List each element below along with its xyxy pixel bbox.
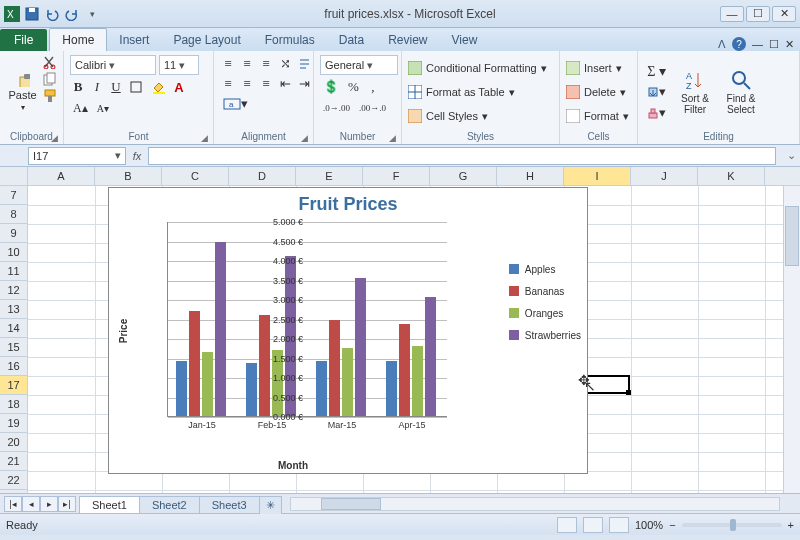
grow-font-button[interactable]: A▴ bbox=[70, 99, 91, 117]
copy-icon[interactable] bbox=[43, 72, 57, 86]
tab-view[interactable]: View bbox=[440, 29, 490, 51]
cell-styles-button[interactable]: Cell Styles ▾ bbox=[408, 105, 553, 127]
number-format-combo[interactable]: General▾ bbox=[320, 55, 398, 75]
font-color-button[interactable]: A bbox=[171, 78, 187, 96]
format-painter-icon[interactable] bbox=[43, 89, 57, 103]
row-header[interactable]: 12 bbox=[0, 281, 27, 300]
insert-cells-button[interactable]: Insert ▾ bbox=[566, 57, 631, 79]
zoom-percent[interactable]: 100% bbox=[635, 519, 663, 531]
embedded-chart[interactable]: Fruit Prices Price Month ApplesBananasOr… bbox=[108, 187, 588, 474]
accounting-format-button[interactable]: 💲 bbox=[320, 78, 342, 96]
row-header[interactable]: 14 bbox=[0, 319, 27, 338]
row-header[interactable]: 7 bbox=[0, 186, 27, 205]
tab-data[interactable]: Data bbox=[327, 29, 376, 51]
zoom-slider[interactable] bbox=[682, 523, 782, 527]
number-dialog-launcher[interactable]: ◢ bbox=[389, 133, 399, 143]
tab-formulas[interactable]: Formulas bbox=[253, 29, 327, 51]
inner-close-icon[interactable]: ✕ bbox=[785, 38, 794, 51]
delete-cells-button[interactable]: Delete ▾ bbox=[566, 81, 631, 103]
font-size-combo[interactable]: 11▾ bbox=[159, 55, 199, 75]
view-page-layout-button[interactable] bbox=[583, 517, 603, 533]
row-header[interactable]: 9 bbox=[0, 224, 27, 243]
view-page-break-button[interactable] bbox=[609, 517, 629, 533]
format-cells-button[interactable]: Format ▾ bbox=[566, 105, 631, 127]
align-left-button[interactable]: ≡ bbox=[220, 75, 236, 93]
name-box[interactable]: I17▾ bbox=[28, 147, 126, 165]
row-header[interactable]: 11 bbox=[0, 262, 27, 281]
format-as-table-button[interactable]: Format as Table ▾ bbox=[408, 81, 553, 103]
tab-page-layout[interactable]: Page Layout bbox=[161, 29, 252, 51]
save-icon[interactable] bbox=[24, 6, 40, 22]
fill-button[interactable]: ▾ bbox=[644, 83, 669, 101]
row-header[interactable]: 13 bbox=[0, 300, 27, 319]
row-header[interactable]: 22 bbox=[0, 471, 27, 490]
vertical-scrollbar[interactable] bbox=[783, 186, 800, 493]
comma-format-button[interactable]: , bbox=[365, 78, 381, 96]
fx-label[interactable]: fx bbox=[126, 150, 148, 162]
sheet-nav-first[interactable]: |◂ bbox=[4, 496, 22, 512]
alignment-dialog-launcher[interactable]: ◢ bbox=[301, 133, 311, 143]
view-normal-button[interactable] bbox=[557, 517, 577, 533]
sheet-tab-3[interactable]: Sheet3 bbox=[199, 496, 260, 513]
align-top-button[interactable]: ≡ bbox=[220, 55, 236, 73]
sheet-nav-prev[interactable]: ◂ bbox=[22, 496, 40, 512]
row-header[interactable]: 10 bbox=[0, 243, 27, 262]
clipboard-dialog-launcher[interactable]: ◢ bbox=[51, 133, 61, 143]
autosum-button[interactable]: Σ ▾ bbox=[644, 62, 669, 80]
align-center-button[interactable]: ≡ bbox=[239, 75, 255, 93]
cut-icon[interactable] bbox=[43, 55, 57, 69]
find-select-button[interactable]: Find & Select bbox=[721, 69, 761, 115]
minimize-button[interactable]: — bbox=[720, 6, 744, 22]
help-icon[interactable]: ? bbox=[732, 37, 746, 51]
formula-bar[interactable] bbox=[148, 147, 776, 165]
merge-center-button[interactable]: a▾ bbox=[220, 95, 251, 113]
font-family-combo[interactable]: Calibri▾ bbox=[70, 55, 156, 75]
underline-button[interactable]: U bbox=[108, 78, 124, 96]
inner-restore-icon[interactable]: ☐ bbox=[769, 38, 779, 51]
orientation-button[interactable]: ⤭ bbox=[277, 55, 293, 73]
select-all-corner[interactable] bbox=[0, 167, 27, 186]
sheet-nav-next[interactable]: ▸ bbox=[40, 496, 58, 512]
align-right-button[interactable]: ≡ bbox=[258, 75, 274, 93]
align-middle-button[interactable]: ≡ bbox=[239, 55, 255, 73]
row-header[interactable]: 15 bbox=[0, 338, 27, 357]
row-header[interactable]: 21 bbox=[0, 452, 27, 471]
row-header[interactable]: 18 bbox=[0, 395, 27, 414]
conditional-formatting-button[interactable]: Conditional Formatting ▾ bbox=[408, 57, 553, 79]
row-header[interactable]: 16 bbox=[0, 357, 27, 376]
bold-button[interactable]: B bbox=[70, 78, 86, 96]
inner-min-icon[interactable]: — bbox=[752, 38, 763, 50]
sheet-tab-2[interactable]: Sheet2 bbox=[139, 496, 200, 513]
expand-formula-bar-button[interactable]: ⌄ bbox=[782, 149, 800, 162]
decrease-indent-button[interactable]: ⇤ bbox=[277, 75, 293, 93]
increase-decimal-button[interactable]: .0→.00 bbox=[320, 99, 353, 117]
qat-customize-icon[interactable]: ▾ bbox=[84, 6, 100, 22]
tab-review[interactable]: Review bbox=[376, 29, 439, 51]
sheet-nav-last[interactable]: ▸| bbox=[58, 496, 76, 512]
fill-color-button[interactable] bbox=[148, 78, 168, 96]
row-header[interactable]: 19 bbox=[0, 414, 27, 433]
row-header[interactable]: 8 bbox=[0, 205, 27, 224]
row-header[interactable]: 20 bbox=[0, 433, 27, 452]
minimize-ribbon-icon[interactable]: ᐱ bbox=[718, 38, 726, 51]
zoom-out-button[interactable]: − bbox=[669, 519, 675, 531]
sort-filter-button[interactable]: AZ Sort & Filter bbox=[675, 69, 715, 115]
horizontal-scrollbar[interactable] bbox=[290, 497, 780, 511]
align-bottom-button[interactable]: ≡ bbox=[258, 55, 274, 73]
tab-insert[interactable]: Insert bbox=[107, 29, 161, 51]
increase-indent-button[interactable]: ⇥ bbox=[296, 75, 312, 93]
zoom-in-button[interactable]: + bbox=[788, 519, 794, 531]
font-dialog-launcher[interactable]: ◢ bbox=[201, 133, 211, 143]
border-button[interactable] bbox=[127, 78, 145, 96]
close-button[interactable]: ✕ bbox=[772, 6, 796, 22]
wrap-text-button[interactable] bbox=[296, 55, 312, 73]
file-tab[interactable]: File bbox=[0, 29, 47, 51]
row-header[interactable]: 17 bbox=[0, 376, 27, 395]
percent-format-button[interactable]: % bbox=[345, 78, 362, 96]
undo-icon[interactable] bbox=[44, 6, 60, 22]
tab-home[interactable]: Home bbox=[49, 28, 107, 51]
redo-icon[interactable] bbox=[64, 6, 80, 22]
sheet-tab-active[interactable]: Sheet1 bbox=[79, 496, 140, 513]
clear-button[interactable]: ▾ bbox=[644, 104, 669, 122]
shrink-font-button[interactable]: A▾ bbox=[94, 99, 112, 117]
